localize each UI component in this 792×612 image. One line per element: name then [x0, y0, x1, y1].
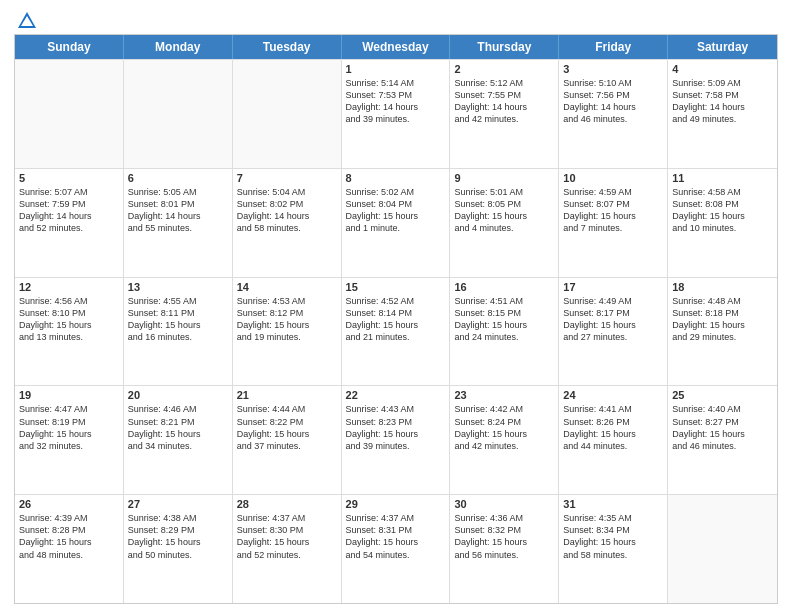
cell-day-number: 7 [237, 172, 337, 184]
cell-day-number: 3 [563, 63, 663, 75]
calendar-week-4: 19Sunrise: 4:47 AM Sunset: 8:19 PM Dayli… [15, 385, 777, 494]
calendar-cell: 24Sunrise: 4:41 AM Sunset: 8:26 PM Dayli… [559, 386, 668, 494]
cell-info: Sunrise: 4:49 AM Sunset: 8:17 PM Dayligh… [563, 295, 663, 344]
cell-info: Sunrise: 4:36 AM Sunset: 8:32 PM Dayligh… [454, 512, 554, 561]
cell-info: Sunrise: 5:07 AM Sunset: 7:59 PM Dayligh… [19, 186, 119, 235]
cell-info: Sunrise: 5:10 AM Sunset: 7:56 PM Dayligh… [563, 77, 663, 126]
calendar-cell: 21Sunrise: 4:44 AM Sunset: 8:22 PM Dayli… [233, 386, 342, 494]
calendar-cell: 4Sunrise: 5:09 AM Sunset: 7:58 PM Daylig… [668, 60, 777, 168]
calendar-cell: 14Sunrise: 4:53 AM Sunset: 8:12 PM Dayli… [233, 278, 342, 386]
cell-day-number: 17 [563, 281, 663, 293]
cell-info: Sunrise: 4:47 AM Sunset: 8:19 PM Dayligh… [19, 403, 119, 452]
calendar-cell: 8Sunrise: 5:02 AM Sunset: 8:04 PM Daylig… [342, 169, 451, 277]
cell-day-number: 12 [19, 281, 119, 293]
cell-day-number: 13 [128, 281, 228, 293]
cell-day-number: 28 [237, 498, 337, 510]
cell-day-number: 29 [346, 498, 446, 510]
cell-info: Sunrise: 4:43 AM Sunset: 8:23 PM Dayligh… [346, 403, 446, 452]
cell-info: Sunrise: 4:35 AM Sunset: 8:34 PM Dayligh… [563, 512, 663, 561]
cell-day-number: 14 [237, 281, 337, 293]
calendar-week-2: 5Sunrise: 5:07 AM Sunset: 7:59 PM Daylig… [15, 168, 777, 277]
cell-day-number: 21 [237, 389, 337, 401]
cell-day-number: 26 [19, 498, 119, 510]
calendar-cell [124, 60, 233, 168]
cell-info: Sunrise: 4:52 AM Sunset: 8:14 PM Dayligh… [346, 295, 446, 344]
calendar-cell: 11Sunrise: 4:58 AM Sunset: 8:08 PM Dayli… [668, 169, 777, 277]
calendar-cell: 29Sunrise: 4:37 AM Sunset: 8:31 PM Dayli… [342, 495, 451, 603]
calendar-cell: 10Sunrise: 4:59 AM Sunset: 8:07 PM Dayli… [559, 169, 668, 277]
calendar-week-3: 12Sunrise: 4:56 AM Sunset: 8:10 PM Dayli… [15, 277, 777, 386]
header-day-thursday: Thursday [450, 35, 559, 59]
cell-info: Sunrise: 4:39 AM Sunset: 8:28 PM Dayligh… [19, 512, 119, 561]
cell-day-number: 18 [672, 281, 773, 293]
calendar-cell: 3Sunrise: 5:10 AM Sunset: 7:56 PM Daylig… [559, 60, 668, 168]
calendar-cell [15, 60, 124, 168]
cell-info: Sunrise: 4:46 AM Sunset: 8:21 PM Dayligh… [128, 403, 228, 452]
cell-day-number: 23 [454, 389, 554, 401]
cell-info: Sunrise: 4:37 AM Sunset: 8:31 PM Dayligh… [346, 512, 446, 561]
calendar-cell: 19Sunrise: 4:47 AM Sunset: 8:19 PM Dayli… [15, 386, 124, 494]
cell-info: Sunrise: 4:51 AM Sunset: 8:15 PM Dayligh… [454, 295, 554, 344]
cell-day-number: 9 [454, 172, 554, 184]
calendar-cell [233, 60, 342, 168]
cell-info: Sunrise: 4:53 AM Sunset: 8:12 PM Dayligh… [237, 295, 337, 344]
cell-day-number: 1 [346, 63, 446, 75]
calendar-header: SundayMondayTuesdayWednesdayThursdayFrid… [15, 35, 777, 59]
logo [14, 10, 38, 28]
calendar-cell: 26Sunrise: 4:39 AM Sunset: 8:28 PM Dayli… [15, 495, 124, 603]
logo-icon [16, 10, 38, 32]
cell-day-number: 10 [563, 172, 663, 184]
calendar-cell: 31Sunrise: 4:35 AM Sunset: 8:34 PM Dayli… [559, 495, 668, 603]
header-day-saturday: Saturday [668, 35, 777, 59]
calendar-cell: 12Sunrise: 4:56 AM Sunset: 8:10 PM Dayli… [15, 278, 124, 386]
cell-info: Sunrise: 5:05 AM Sunset: 8:01 PM Dayligh… [128, 186, 228, 235]
calendar-cell: 13Sunrise: 4:55 AM Sunset: 8:11 PM Dayli… [124, 278, 233, 386]
cell-info: Sunrise: 4:44 AM Sunset: 8:22 PM Dayligh… [237, 403, 337, 452]
calendar: SundayMondayTuesdayWednesdayThursdayFrid… [14, 34, 778, 604]
calendar-cell: 17Sunrise: 4:49 AM Sunset: 8:17 PM Dayli… [559, 278, 668, 386]
cell-day-number: 5 [19, 172, 119, 184]
calendar-cell: 5Sunrise: 5:07 AM Sunset: 7:59 PM Daylig… [15, 169, 124, 277]
cell-info: Sunrise: 4:41 AM Sunset: 8:26 PM Dayligh… [563, 403, 663, 452]
cell-day-number: 27 [128, 498, 228, 510]
cell-info: Sunrise: 4:40 AM Sunset: 8:27 PM Dayligh… [672, 403, 773, 452]
cell-info: Sunrise: 5:14 AM Sunset: 7:53 PM Dayligh… [346, 77, 446, 126]
cell-day-number: 30 [454, 498, 554, 510]
cell-info: Sunrise: 5:02 AM Sunset: 8:04 PM Dayligh… [346, 186, 446, 235]
cell-info: Sunrise: 5:01 AM Sunset: 8:05 PM Dayligh… [454, 186, 554, 235]
cell-day-number: 20 [128, 389, 228, 401]
calendar-week-1: 1Sunrise: 5:14 AM Sunset: 7:53 PM Daylig… [15, 59, 777, 168]
calendar-cell: 6Sunrise: 5:05 AM Sunset: 8:01 PM Daylig… [124, 169, 233, 277]
calendar-cell: 30Sunrise: 4:36 AM Sunset: 8:32 PM Dayli… [450, 495, 559, 603]
calendar-cell [668, 495, 777, 603]
calendar-cell: 27Sunrise: 4:38 AM Sunset: 8:29 PM Dayli… [124, 495, 233, 603]
cell-info: Sunrise: 4:37 AM Sunset: 8:30 PM Dayligh… [237, 512, 337, 561]
calendar-cell: 20Sunrise: 4:46 AM Sunset: 8:21 PM Dayli… [124, 386, 233, 494]
cell-info: Sunrise: 4:42 AM Sunset: 8:24 PM Dayligh… [454, 403, 554, 452]
cell-day-number: 19 [19, 389, 119, 401]
page: SundayMondayTuesdayWednesdayThursdayFrid… [0, 0, 792, 612]
calendar-cell: 2Sunrise: 5:12 AM Sunset: 7:55 PM Daylig… [450, 60, 559, 168]
calendar-cell: 18Sunrise: 4:48 AM Sunset: 8:18 PM Dayli… [668, 278, 777, 386]
cell-day-number: 11 [672, 172, 773, 184]
header-day-monday: Monday [124, 35, 233, 59]
calendar-cell: 25Sunrise: 4:40 AM Sunset: 8:27 PM Dayli… [668, 386, 777, 494]
calendar-cell: 16Sunrise: 4:51 AM Sunset: 8:15 PM Dayli… [450, 278, 559, 386]
header-day-friday: Friday [559, 35, 668, 59]
cell-day-number: 6 [128, 172, 228, 184]
cell-day-number: 16 [454, 281, 554, 293]
cell-day-number: 22 [346, 389, 446, 401]
header [14, 10, 778, 28]
cell-day-number: 4 [672, 63, 773, 75]
header-day-tuesday: Tuesday [233, 35, 342, 59]
cell-day-number: 25 [672, 389, 773, 401]
cell-info: Sunrise: 5:04 AM Sunset: 8:02 PM Dayligh… [237, 186, 337, 235]
cell-day-number: 24 [563, 389, 663, 401]
cell-info: Sunrise: 4:59 AM Sunset: 8:07 PM Dayligh… [563, 186, 663, 235]
cell-day-number: 15 [346, 281, 446, 293]
header-day-sunday: Sunday [15, 35, 124, 59]
cell-day-number: 2 [454, 63, 554, 75]
calendar-cell: 9Sunrise: 5:01 AM Sunset: 8:05 PM Daylig… [450, 169, 559, 277]
cell-info: Sunrise: 5:12 AM Sunset: 7:55 PM Dayligh… [454, 77, 554, 126]
calendar-week-5: 26Sunrise: 4:39 AM Sunset: 8:28 PM Dayli… [15, 494, 777, 603]
